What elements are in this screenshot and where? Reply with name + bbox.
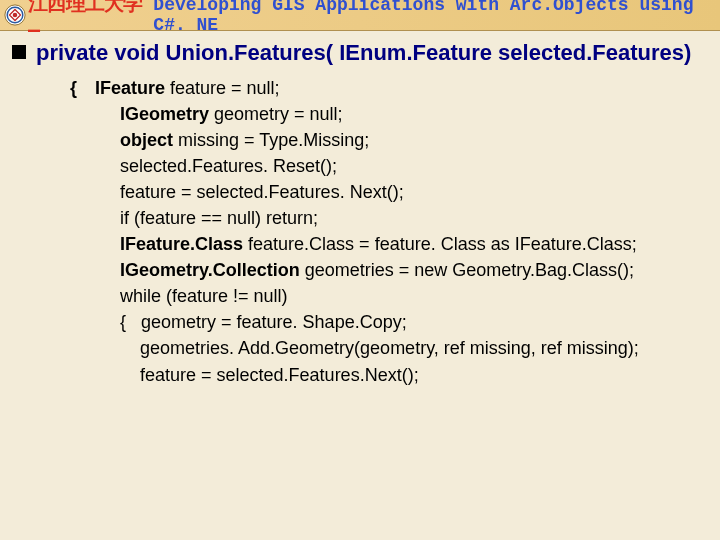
- code-block: {IFeature feature = null; IGeometry geom…: [70, 75, 714, 388]
- header-red-text: 江西理工大学 –: [28, 0, 153, 41]
- method-signature: private void Union.Features( IEnum.Featu…: [36, 39, 691, 67]
- university-logo-icon: [4, 3, 26, 27]
- bullet-icon: [12, 45, 26, 59]
- open-brace: {: [70, 78, 95, 98]
- signature-row: private void Union.Features( IEnum.Featu…: [6, 39, 714, 67]
- svg-point-2: [13, 13, 18, 18]
- slide-header: 江西理工大学 – Developing GIS Applications wit…: [0, 0, 720, 31]
- slide-body: private void Union.Features( IEnum.Featu…: [0, 31, 720, 388]
- header-blue-text: Developing GIS Applications with Arc.Obj…: [153, 0, 720, 35]
